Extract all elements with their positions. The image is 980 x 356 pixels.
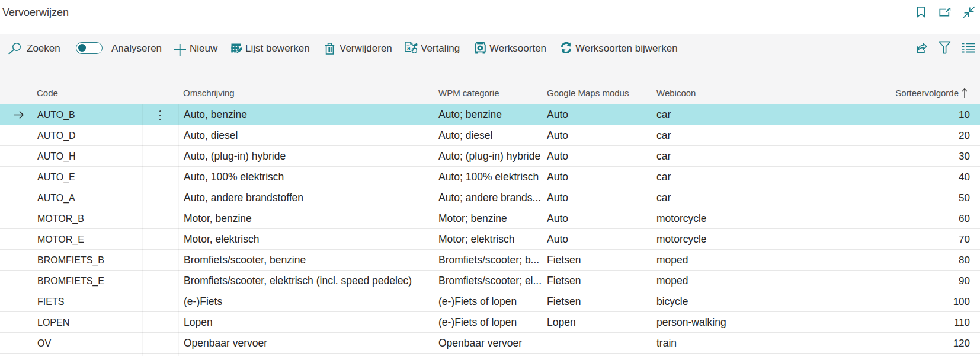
svg-text:a: a	[407, 45, 411, 52]
